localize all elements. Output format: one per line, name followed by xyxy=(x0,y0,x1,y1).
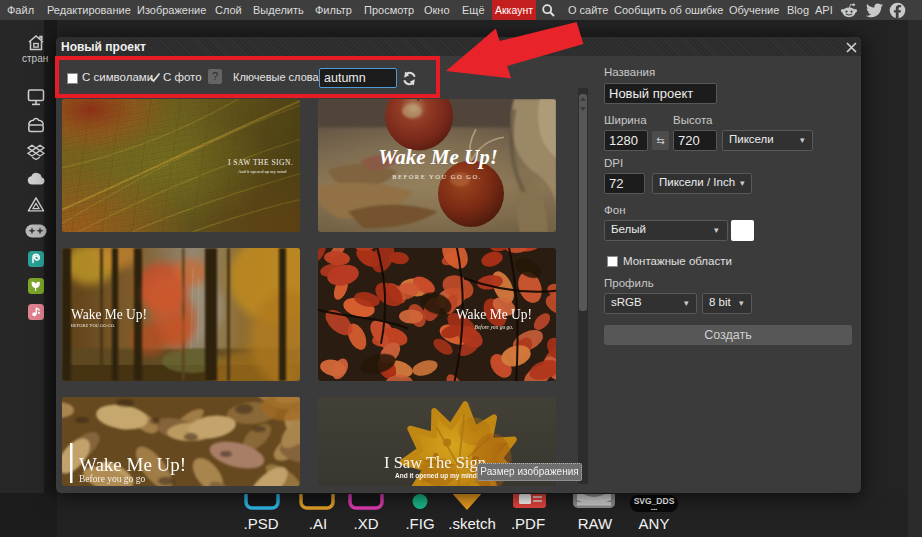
svg-text:Before you go go.: Before you go go. xyxy=(475,324,514,330)
svg-text:...: ... xyxy=(651,503,658,512)
svg-text:I Saw The Sign: I Saw The Sign xyxy=(384,453,486,472)
svg-text:And it opened up my mind: And it opened up my mind xyxy=(238,169,287,174)
svg-text:BEFORE YOU GO GO.: BEFORE YOU GO GO. xyxy=(392,173,481,180)
svg-text:BEFORE YOU GO GO.: BEFORE YOU GO GO. xyxy=(71,323,115,328)
svg-text:Wake Me Up!: Wake Me Up! xyxy=(71,306,147,321)
svg-text:Wake Me Up!: Wake Me Up! xyxy=(456,306,532,321)
svg-text:Wake Me Up!: Wake Me Up! xyxy=(378,145,498,169)
svg-text:I SAW THE SIGN.: I SAW THE SIGN. xyxy=(228,158,293,167)
svg-text:And it opened up my mind!: And it opened up my mind! xyxy=(395,472,479,480)
svg-text:Wake Me Up!: Wake Me Up! xyxy=(79,454,186,475)
svg-text:Before you go go: Before you go go xyxy=(79,474,145,484)
